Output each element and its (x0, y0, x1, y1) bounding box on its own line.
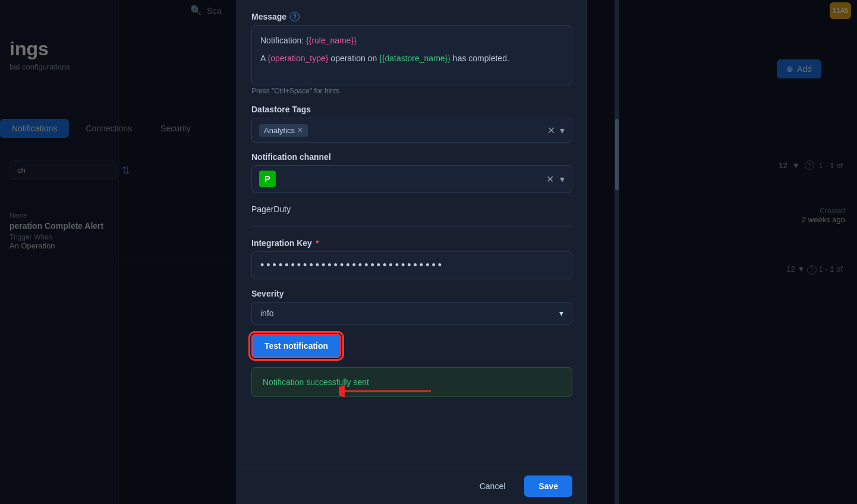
message-box[interactable]: Notification: {{rule_name}} A {operation… (251, 25, 572, 84)
severity-label: Severity (251, 289, 572, 298)
notification-channel-section: Notification channel P ✕ ▾ (251, 152, 572, 193)
template-datastore-name: {{datastore_name}} (379, 53, 450, 63)
success-message: Notification successfully sent (263, 377, 369, 387)
template-operation-type: {operation_type} (267, 53, 328, 63)
message-help-icon[interactable]: ? (290, 12, 300, 21)
channel-select[interactable]: P ✕ ▾ (251, 165, 572, 193)
integration-key-label: Integration Key * (251, 238, 572, 248)
tags-input[interactable]: Analytics ✕ ✕ ▾ (251, 118, 572, 143)
severity-dropdown-arrow: ▾ (559, 308, 563, 318)
cancel-button[interactable]: Cancel (468, 475, 518, 497)
message-prefix: Notification: (260, 36, 306, 45)
channel-clear-button[interactable]: ✕ (546, 174, 554, 185)
message-line2-suffix: has completed. (450, 53, 509, 63)
scrollbar-thumb[interactable] (615, 119, 619, 190)
test-notification-area: Test notification (251, 334, 572, 358)
message-line2-middle: operation on (328, 53, 379, 63)
modal-dialog: Message ? Notification: {{rule_name}} A … (237, 0, 587, 504)
severity-value: info (260, 308, 274, 318)
test-notification-button[interactable]: Test notification (251, 334, 341, 358)
datastore-tags-section: Datastore Tags Analytics ✕ ✕ ▾ (251, 105, 572, 143)
notification-channel-label: Notification channel (251, 152, 572, 162)
message-line2-prefix: A (260, 53, 267, 63)
save-button[interactable]: Save (524, 475, 572, 497)
severity-select[interactable]: info ▾ (251, 302, 572, 325)
analytics-tag: Analytics ✕ (259, 124, 308, 137)
pagerduty-icon: P (259, 171, 276, 187)
section-divider (251, 226, 572, 226)
modal-footer: Cancel Save (237, 468, 587, 504)
message-label: Message ? (251, 12, 572, 21)
integration-key-section: Integration Key * (251, 238, 572, 279)
message-line2: A {operation_type} operation on {{datast… (260, 52, 563, 65)
modal-content: Message ? Notification: {{rule_name}} A … (237, 12, 587, 411)
severity-section: Severity info ▾ (251, 289, 572, 325)
modal-top-fade (237, 0, 587, 12)
modal-scrollbar[interactable] (615, 0, 619, 504)
template-rule-name: {{rule_name}} (306, 36, 357, 45)
tags-clear-button[interactable]: ✕ (547, 125, 555, 136)
datastore-tags-label: Datastore Tags (251, 105, 572, 114)
channel-dropdown-arrow[interactable]: ▾ (560, 174, 565, 185)
required-indicator: * (316, 238, 319, 248)
tags-dropdown-arrow[interactable]: ▾ (560, 125, 565, 136)
analytics-tag-remove[interactable]: ✕ (297, 126, 303, 134)
pagerduty-name: PagerDuty (251, 204, 572, 214)
message-line1: Notification: {{rule_name}} (260, 34, 563, 47)
integration-key-input[interactable] (251, 251, 572, 279)
message-hint: Press "Ctrl+Space" for hints (251, 87, 572, 95)
message-section: Message ? Notification: {{rule_name}} A … (251, 12, 572, 95)
success-banner: Notification successfully sent (251, 367, 572, 397)
analytics-tag-label: Analytics (264, 126, 295, 135)
